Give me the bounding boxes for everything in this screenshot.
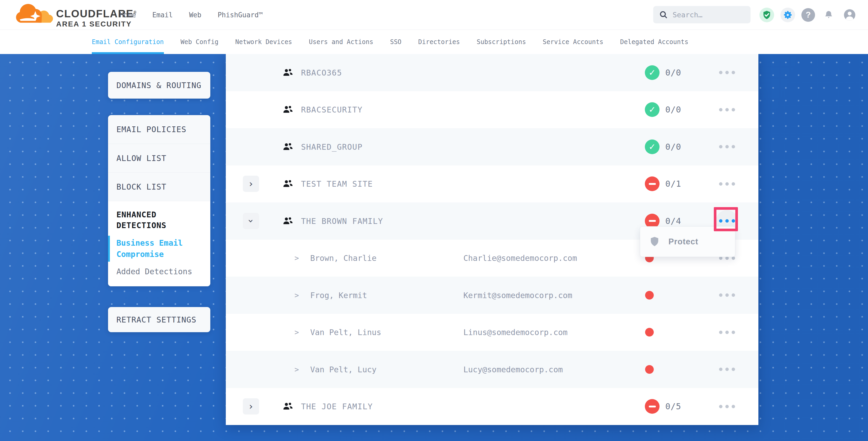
cloudflare-cloud-icon [15, 2, 55, 28]
sidebar-item-allow-list[interactable]: ALLOW LIST [108, 144, 210, 172]
group-name: SHARED_GROUP [301, 142, 363, 151]
tab-subscriptions[interactable]: Subscriptions [477, 30, 526, 54]
group-icon [282, 104, 293, 115]
group-row-the-joe-family[interactable]: THE JOE FAMILY0/5 [226, 388, 758, 425]
sidebar-item-added-detections[interactable]: Added Detections [117, 266, 202, 277]
expand-group-button[interactable] [243, 176, 259, 192]
group-name: RBACSECURITY [301, 105, 363, 114]
shield-check-icon[interactable] [760, 8, 774, 22]
ellipsis-dot [732, 405, 735, 408]
row-actions-menu-button[interactable] [716, 358, 738, 380]
row-actions-menu-button[interactable] [716, 136, 738, 158]
ellipsis-dot [725, 219, 729, 223]
tab-web-config[interactable]: Web Config [181, 30, 219, 54]
group-icon [282, 401, 293, 412]
minus-icon [649, 406, 656, 407]
secondary-navigation: Email ConfigurationWeb ConfigNetwork Dev… [0, 30, 868, 54]
chevron-right-icon [294, 328, 299, 337]
status-protected-icon: ✓ [645, 102, 659, 117]
row-actions-menu-button[interactable] [716, 284, 738, 306]
group-icon [282, 178, 293, 189]
top-nav-web[interactable]: Web [189, 11, 202, 19]
check-icon: ✓ [649, 142, 656, 152]
protect-menu-item[interactable]: Protect [669, 237, 698, 247]
protected-count: 0/0 [665, 142, 681, 152]
chevron-right-icon [294, 291, 299, 300]
top-nav-home[interactable]: Home [120, 11, 136, 19]
group-row-rbaco365[interactable]: RBACO365✓0/0 [226, 54, 758, 91]
top-navigation: HomeEmailWebPhishGuard™ [120, 0, 263, 30]
expand-group-button[interactable] [243, 398, 259, 414]
shield-icon [650, 237, 659, 247]
gear-icon[interactable] [780, 8, 795, 22]
user-avatar-icon[interactable] [842, 8, 857, 22]
ellipsis-dot [732, 330, 735, 334]
top-nav-phishguard[interactable]: PhishGuard™ [218, 11, 263, 19]
group-row-shared-group[interactable]: SHARED_GROUP✓0/0 [226, 128, 758, 165]
row-actions-menu-button[interactable] [716, 321, 738, 343]
tab-sso[interactable]: SSO [390, 30, 401, 54]
group-row-test-team-site[interactable]: TEST TEAM SITE0/1 [226, 165, 758, 203]
ellipsis-dot [719, 405, 722, 408]
status-unprotected-dot [645, 328, 654, 337]
ellipsis-dot [725, 145, 729, 148]
status-unprotected-icon [645, 177, 659, 191]
sidebar-item-block-list[interactable]: BLOCK LIST [108, 172, 210, 201]
member-row-van-pelt-linus[interactable]: Van Pelt, LinusLinus@somedemocorp.com [226, 314, 758, 351]
status-unprotected-dot [645, 291, 654, 300]
top-nav-email[interactable]: Email [152, 11, 173, 19]
ellipsis-dot [732, 293, 735, 297]
row-actions-menu: Protect [640, 226, 735, 257]
ellipsis-dot [725, 293, 729, 297]
row-actions-menu-button[interactable] [716, 62, 738, 84]
ellipsis-dot [719, 71, 722, 74]
tab-service-accounts[interactable]: Service Accounts [543, 30, 603, 54]
ellipsis-dot [725, 108, 729, 112]
chevron-right-icon [294, 254, 299, 262]
tab-email-configuration[interactable]: Email Configuration [92, 30, 164, 54]
bell-icon[interactable] [821, 8, 836, 22]
row-actions-menu-button[interactable] [716, 396, 738, 417]
row-actions-menu-button[interactable] [716, 173, 738, 195]
group-name: TEST TEAM SITE [301, 179, 373, 189]
search-icon [659, 10, 668, 19]
protected-count: 0/5 [665, 401, 681, 411]
member-row-van-pelt-lucy[interactable]: Van Pelt, LucyLucy@somedemocorp.com [226, 351, 758, 388]
tab-users-and-actions[interactable]: Users and Actions [309, 30, 373, 54]
sidebar-card-domains: DOMAINS & ROUTING [108, 72, 210, 99]
status-protected-icon: ✓ [645, 65, 659, 80]
sidebar-item-domains-routing[interactable]: DOMAINS & ROUTING [108, 72, 210, 99]
check-icon: ✓ [649, 105, 656, 115]
check-icon: ✓ [649, 68, 656, 77]
tab-directories[interactable]: Directories [418, 30, 460, 54]
ellipsis-dot [725, 330, 729, 334]
row-actions-menu-button[interactable] [716, 99, 738, 121]
tab-network-devices[interactable]: Network Devices [235, 30, 292, 54]
member-row-frog-kermit[interactable]: Frog, KermitKermit@somedemocorp.com [226, 277, 758, 314]
group-name: THE BROWN FAMILY [301, 216, 383, 225]
member-email: Charlie@somedemocorp.com [463, 254, 577, 263]
protected-count: 0/0 [665, 105, 681, 115]
sidebar-item-email-policies[interactable]: EMAIL POLICIES [108, 115, 210, 144]
chevron-icon [246, 219, 256, 223]
ellipsis-dot [732, 145, 735, 148]
ellipsis-dot [725, 368, 729, 371]
group-icon [282, 141, 293, 152]
ellipsis-dot [719, 330, 722, 334]
ellipsis-dot [719, 368, 722, 371]
ellipsis-dot [725, 182, 729, 186]
group-name: RBACO365 [301, 68, 342, 77]
help-icon[interactable] [801, 8, 815, 22]
status-unprotected-icon [645, 399, 659, 414]
group-row-rbacsecurity[interactable]: RBACSECURITY✓0/0 [226, 91, 758, 128]
search-input[interactable] [672, 10, 748, 19]
tab-delegated-accounts[interactable]: Delegated Accounts [620, 30, 688, 54]
member-email: Linus@somedemocorp.com [463, 328, 567, 337]
collapse-group-button[interactable] [243, 213, 259, 229]
group-icon [282, 67, 293, 78]
sidebar-item-retract-settings[interactable]: RETRACT SETTINGS [108, 307, 210, 332]
status-protected-icon: ✓ [645, 139, 659, 154]
ellipsis-dot [725, 71, 729, 74]
sidebar-item-business-email-compromise[interactable]: Business Email Compromise [117, 238, 202, 260]
app-header: CLOUDFLARE® AREA 1 SECURITY HomeEmailWeb… [0, 0, 868, 30]
